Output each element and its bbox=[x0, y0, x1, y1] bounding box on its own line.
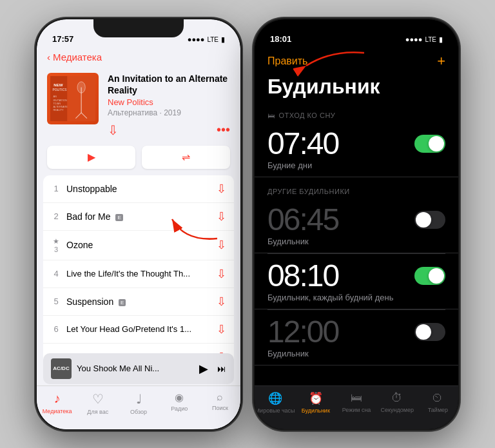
alarm-time-1: 06:45 bbox=[267, 204, 338, 235]
alarm-toggle-3[interactable] bbox=[414, 323, 445, 341]
alarm-signal-icon: ●●●● bbox=[405, 35, 423, 43]
stopwatch-label: Секундомер bbox=[380, 407, 413, 413]
alarm-sub-2: Будильник, каждый будний день bbox=[267, 293, 445, 302]
alarm-tab-label: Будильник bbox=[302, 407, 330, 414]
music-tab-bar: ♪ Медиатека ♡ Для вас ♩ Обзор ◉ Радио bbox=[37, 385, 240, 429]
track-title: Unstoppable bbox=[66, 184, 211, 194]
svg-text:INVITATION: INVITATION bbox=[53, 98, 67, 101]
alarm-tab-icon: ⏰ bbox=[309, 391, 323, 405]
music-time: 17:57 bbox=[52, 34, 73, 44]
track-title: Suspension E bbox=[66, 297, 211, 307]
now-playing-art: AC/DC bbox=[51, 358, 72, 379]
alarm-sub-3: Будильник bbox=[267, 349, 445, 358]
alarm-item-1[interactable]: 06:45 Будильник bbox=[255, 198, 458, 253]
toggle-knob-2 bbox=[429, 268, 444, 284]
other-alarms-label: ДРУГИЕ БУДИЛЬНИКИ bbox=[255, 182, 458, 198]
sleep-label-text: ОТХОД КО СНУ bbox=[279, 112, 336, 119]
alarm-toggle-2[interactable] bbox=[414, 267, 445, 285]
music-phone: 17:57 ●●●● LTE ▮ ‹ Медиатека bbox=[35, 18, 242, 431]
alarm-item-2[interactable]: 08:10 Будильник, каждый будний день bbox=[255, 254, 458, 309]
tab-sleep[interactable]: 🛏 Режим сна bbox=[336, 391, 376, 413]
next-track-icon[interactable]: ⏭ bbox=[217, 364, 226, 374]
alarm-time-display: 18:01 bbox=[270, 34, 291, 44]
tab-radio-label: Радио bbox=[171, 405, 188, 412]
toggle-knob-1 bbox=[416, 212, 431, 228]
track-num: 5 bbox=[51, 297, 61, 306]
play-button[interactable]: ▶ bbox=[47, 146, 135, 169]
album-genre: Альтернатива · 2019 bbox=[108, 108, 230, 117]
world-clock-icon: 🌐 bbox=[268, 391, 282, 405]
notch bbox=[93, 19, 184, 37]
alarm-time-row-2: 08:10 bbox=[267, 260, 445, 291]
alarm-toggle-1[interactable] bbox=[414, 211, 445, 229]
track-item[interactable]: 2 Bad for Me E ⇩ bbox=[43, 203, 234, 231]
phones-container: 17:57 ●●●● LTE ▮ ‹ Медиатека bbox=[35, 18, 460, 431]
download-icon[interactable]: ⇩ bbox=[108, 122, 119, 138]
track-item[interactable]: 1 Unstoppable ⇩ bbox=[43, 175, 234, 203]
album-actions: ⇩ ••• bbox=[108, 122, 230, 138]
download-track-icon[interactable]: ⇩ bbox=[217, 209, 226, 224]
tab-stopwatch[interactable]: ⏱ Секундомер bbox=[377, 391, 418, 413]
album-header: NEW POLITICS AN INVITATION TO AN ALTERNA… bbox=[37, 68, 240, 146]
sleep-section-label: 🛏 ОТХОД КО СНУ bbox=[255, 106, 458, 122]
now-play-icon[interactable]: ▶ bbox=[199, 362, 208, 376]
track-item[interactable]: 5 Suspension E ⇩ bbox=[43, 288, 234, 316]
tab-timer[interactable]: ⏲ Таймер bbox=[418, 391, 458, 413]
track-num: 2 bbox=[51, 211, 61, 221]
track-title: Let Your Head Go/Pretend It's 1... bbox=[66, 324, 211, 334]
back-label: Медиатека bbox=[53, 52, 102, 63]
signal-icon: ●●●● bbox=[188, 35, 205, 43]
download-track-icon[interactable]: ⇩ bbox=[217, 238, 226, 252]
download-track-icon[interactable]: ⇩ bbox=[217, 322, 226, 336]
tab-browse[interactable]: ♩ Обзор bbox=[118, 391, 159, 415]
now-playing-bar[interactable]: AC/DC You Shook Me All Ni... ▶ ⏭ bbox=[43, 353, 234, 384]
track-item[interactable]: ★ 3 Ozone ⇩ bbox=[43, 231, 234, 260]
download-track-icon[interactable]: ⇩ bbox=[217, 267, 226, 281]
foryou-icon: ♡ bbox=[92, 391, 104, 407]
track-title: Live the Life/It's the Thought Th... bbox=[66, 269, 211, 278]
track-item[interactable]: 4 Live the Life/It's the Thought Th... ⇩ bbox=[43, 260, 234, 288]
sleep-alarm-sub: Будние дни bbox=[267, 161, 445, 170]
tab-search[interactable]: ⌕ Поиск bbox=[200, 391, 240, 411]
shuffle-icon: ⇌ bbox=[182, 151, 190, 163]
alarm-screen: 18:01 ●●●● LTE ▮ bbox=[255, 19, 458, 429]
tab-foryou-label: Для вас bbox=[87, 409, 108, 415]
alarm-item-3[interactable]: 12:00 Будильник bbox=[255, 310, 458, 365]
tab-search-label: Поиск bbox=[212, 405, 228, 411]
album-info: An Invitation to an Alternate Reality Ne… bbox=[108, 73, 230, 138]
alarm-time-row-3: 12:00 bbox=[267, 317, 445, 347]
tab-radio[interactable]: ◉ Радио bbox=[159, 391, 200, 412]
track-title: Ozone bbox=[66, 240, 211, 250]
download-track-icon[interactable]: ⇩ bbox=[217, 182, 226, 196]
sleep-toggle[interactable] bbox=[414, 135, 445, 153]
back-button[interactable]: ‹ Медиатека bbox=[47, 52, 102, 63]
album-art: NEW POLITICS AN INVITATION TO AN ALTERNA… bbox=[47, 73, 99, 124]
tab-world-clock[interactable]: 🌐 Мировые часы bbox=[255, 391, 295, 414]
tab-alarm[interactable]: ⏰ Будильник bbox=[295, 391, 336, 414]
svg-point-10 bbox=[77, 81, 85, 93]
alarm-sub-1: Будильник bbox=[267, 237, 445, 246]
shuffle-button[interactable]: ⇌ bbox=[142, 146, 230, 169]
stopwatch-icon: ⏱ bbox=[391, 391, 403, 405]
library-icon: ♪ bbox=[54, 391, 61, 406]
tab-foryou[interactable]: ♡ Для вас bbox=[77, 391, 118, 415]
alarm-lte-icon: LTE bbox=[425, 36, 436, 43]
lte-icon: LTE bbox=[207, 36, 218, 43]
alarm-phone: 18:01 ●●●● LTE ▮ bbox=[253, 18, 460, 431]
play-icon: ▶ bbox=[88, 151, 95, 163]
sleep-alarm-item[interactable]: 07:40 Будние дни bbox=[255, 122, 458, 177]
battery-icon: ▮ bbox=[221, 35, 225, 44]
sleep-mode-icon: 🛏 bbox=[351, 391, 362, 405]
alarm-notch bbox=[311, 19, 402, 37]
tab-library[interactable]: ♪ Медиатека bbox=[37, 391, 77, 414]
now-playing-title: You Shook Me All Ni... bbox=[77, 364, 194, 373]
svg-text:ALTERNATE: ALTERNATE bbox=[53, 105, 68, 108]
timer-icon: ⏲ bbox=[432, 391, 443, 405]
more-icon[interactable]: ••• bbox=[217, 122, 230, 137]
album-artist: New Politics bbox=[108, 97, 230, 107]
svg-text:AN: AN bbox=[53, 95, 57, 98]
track-item[interactable]: 6 Let Your Head Go/Pretend It's 1... ⇩ bbox=[43, 316, 234, 344]
download-track-icon[interactable]: ⇩ bbox=[217, 295, 226, 309]
track-num: 6 bbox=[51, 324, 61, 334]
add-alarm-button[interactable]: + bbox=[437, 53, 445, 70]
